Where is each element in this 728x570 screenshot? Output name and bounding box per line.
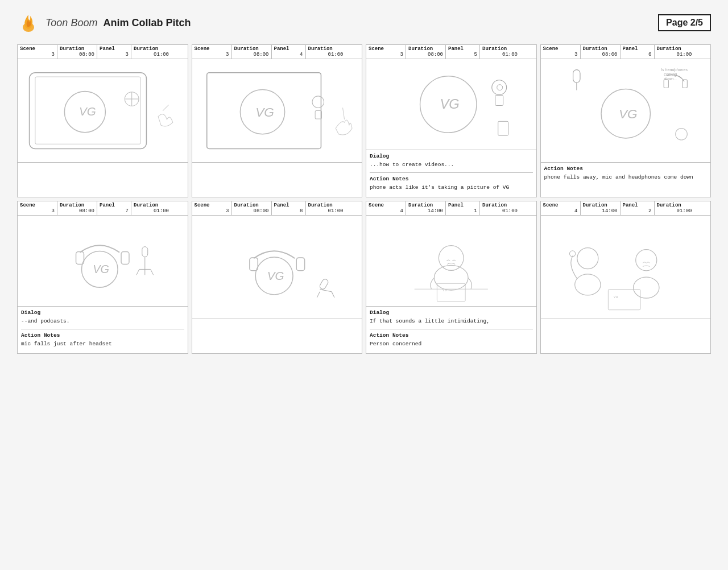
svg-point-30 [675,128,687,140]
action-content-r2p1: mic falls just after headset [21,340,184,348]
panel-art-r1-p4: VG Is headphones coming down... [541,59,711,163]
svg-line-47 [317,292,320,298]
panel-label: Panel 3 [97,45,131,59]
app-title: Anim Collab Pitch [103,17,191,29]
panel-header-r2p1: Scene3 Duration08:00 Panel7 Duration01:0… [18,201,188,216]
duration2-label: Duration 01:00 [131,45,171,59]
svg-rect-52 [437,283,465,301]
panel-header-r1p3: Scene3 Duration08:00 Panel5 Duration01:0… [366,45,536,59]
svg-text:VG: VG [255,105,274,119]
panel-cell-r1-p2: Scene3 Duration08:00 Panel4 Duration01:0… [192,44,363,197]
svg-point-57 [635,250,656,271]
svg-point-50 [439,246,464,271]
panel-notes-r2-p3: Dialog If that sounds a little intimidat… [366,307,536,353]
panel-art-r1-p2: VG [192,59,362,163]
svg-text:VG: VG [267,269,284,282]
svg-rect-59 [608,290,640,310]
dialog-label-r2p3: Dialog [370,309,533,316]
panel-notes-r1-p3: Dialog ...how to create videos... Action… [366,150,536,197]
panel-cell-r1-p4: Scene3 Duration08:00 Panel6 Duration01:0… [540,44,712,197]
svg-line-38 [136,270,139,275]
toonboom-logo-icon [17,11,40,34]
svg-rect-42 [296,258,304,271]
svg-line-14 [342,108,344,119]
svg-text:down...: down... [664,76,677,81]
panel-notes-r2-p4 [541,319,711,353]
panel-cell-r2-p2: Scene3 Duration08:00 Panel8 Duration01:0… [192,201,363,354]
svg-rect-32 [121,252,129,265]
svg-line-8 [163,105,168,110]
panel-cell-r2-p4: Scene4 Duration14:00 Panel2 Duration01:0… [540,201,712,354]
panel-cell-r1-p3: Scene3 Duration08:00 Panel5 Duration01:0… [366,44,537,197]
panel-notes-r1-p2 [192,163,362,197]
panel-notes-r1-p4: Action Notes phone falls away, mic and h… [541,163,711,197]
svg-point-49 [434,266,468,291]
action-label-r1p4: Action Notes [544,165,708,172]
dialog-content: ...how to create videos... [370,161,533,168]
scene-label: Scene 3 [18,45,57,59]
panel-art-r2-p3: ሃዕ [366,216,536,307]
svg-point-58 [633,277,659,298]
panel-art-r2-p1: VG [18,216,188,307]
dialog-content-r2p1: --and podcasts. [21,317,184,325]
action-content-r1p4: phone falls away, mic and headphones com… [544,174,708,181]
panel-notes-r2-p1: Dialog --and podcasts. Action Notes mic … [18,307,188,353]
svg-rect-35 [142,247,148,257]
svg-text:VG: VG [440,96,459,111]
action-label: Action Notes [370,175,533,183]
svg-text:VG: VG [79,105,96,118]
action-content-r2p3: Person concerned [370,340,533,348]
svg-rect-45 [318,278,329,290]
svg-point-55 [574,274,600,295]
panel-header-r2p4: Scene4 Duration14:00 Panel2 Duration01:0… [541,201,711,216]
svg-text:ሃዕ: ሃዕ [442,288,447,292]
svg-point-54 [577,248,598,269]
svg-point-17 [492,80,507,95]
panel-header-r1p2: Scene3 Duration08:00 Panel4 Duration01:0… [192,45,362,59]
svg-line-39 [151,270,154,275]
svg-rect-19 [498,121,508,135]
svg-point-20 [497,85,503,90]
panel-cell-r2-p3: Scene4 Duration14:00 Panel1 Duration01:0… [366,201,537,354]
page-indicator: Page 2/5 [658,14,711,31]
dialog-label-r2p1: Dialog [21,309,184,316]
svg-line-48 [331,292,334,298]
panel-art-r2-p2: VG [192,216,362,319]
svg-rect-23 [573,70,580,83]
panel-notes-r2-p2 [192,319,362,353]
svg-text:VG: VG [93,263,109,276]
storyboard-grid: Scene 3 Duration 08:00 Panel 3 Duration … [17,44,711,354]
panel-cell-r2-p1: Scene3 Duration08:00 Panel7 Duration01:0… [17,201,188,354]
svg-rect-18 [495,96,503,106]
panel-header-r2p2: Scene3 Duration08:00 Panel8 Duration01:0… [192,201,362,216]
panel-art-r1-p1: VG [18,59,188,163]
panel-header: Scene 3 Duration 08:00 Panel 3 Duration … [18,45,188,59]
logo-area: Toon Boom Anim Collab Pitch [17,11,191,34]
dialog-label: Dialog [370,152,533,160]
page-container: Toon Boom Anim Collab Pitch Page 2/5 Sce… [0,0,728,570]
dialog-content-r2p3: If that sounds a little intimidating, [370,317,533,325]
action-label-r2p3: Action Notes [370,332,533,339]
svg-line-46 [320,290,332,292]
panel-cell-r1-p1: Scene 3 Duration 08:00 Panel 3 Duration … [17,44,188,197]
svg-text:ሃዕ: ሃዕ [613,294,618,299]
panel-art-r2-p4: ሃዕ [541,216,711,319]
panel-art-r1-p3: VG [366,59,536,150]
svg-point-12 [312,96,324,108]
action-label-r2p1: Action Notes [21,332,184,339]
duration-label: Duration 08:00 [57,45,97,59]
svg-text:VG: VG [618,107,637,121]
brand-name: Toon Boom [46,17,97,29]
svg-rect-26 [682,80,687,88]
panel-header-r1p4: Scene3 Duration08:00 Panel6 Duration01:0… [541,45,711,59]
panel-notes-r1-p1 [18,163,188,197]
page-header: Toon Boom Anim Collab Pitch Page 2/5 [17,11,711,34]
action-content: phone acts like it's taking a picture of… [370,184,533,191]
panel-header-r2p3: Scene4 Duration14:00 Panel1 Duration01:0… [366,201,536,216]
